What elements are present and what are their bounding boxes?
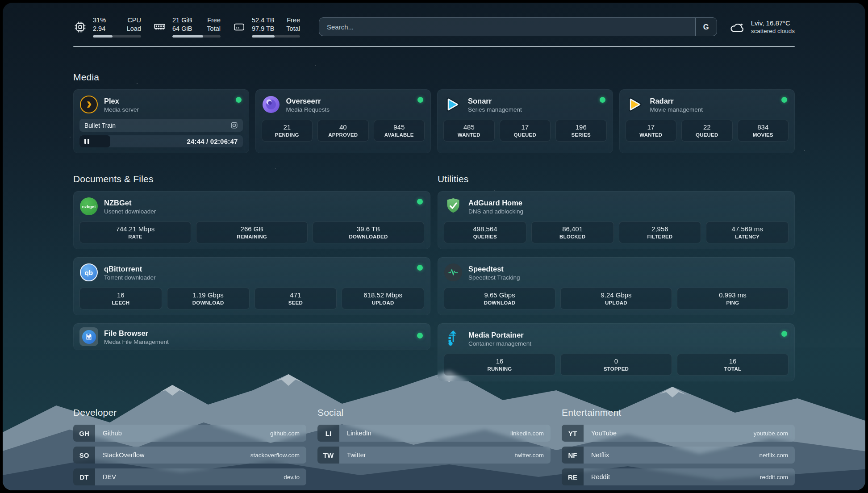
bookmark-stackoverflow[interactable]: SO StackOverflow stackoverflow.com [73,447,306,464]
bookmark-name: Reddit [584,468,760,485]
stat-queued: 22QUEUED [681,120,733,142]
disk-label-2: Total [282,25,300,33]
stat-stopped: 0STOPPED [560,354,672,376]
section-title-developer: Developer [73,407,306,418]
service-title: Sonarr [468,96,522,106]
weather-location-temp: Lviv, 16.87°C [751,19,795,27]
stat-downloaded: 39.6 TBDOWNLOADED [313,221,424,243]
portainer-card[interactable]: Media Portainer Container management 16R… [438,323,795,381]
bookmark-url: linkedin.com [510,425,551,442]
album-icon [230,121,238,129]
bookmark-abbr: LI [317,425,339,442]
playback-time: 24:44 / 02:06:47 [187,138,238,145]
radarr-card[interactable]: Radarr Movie management 17WANTED 22QUEUE… [619,89,795,153]
now-playing-title: Bullet Train [84,122,230,129]
bookmark-name: Github [95,425,270,442]
speedtest-card[interactable]: Speedtest Speedtest Tracking 9.65 GbpsDO… [438,257,795,315]
service-subtitle: Container management [468,340,531,347]
memory-free: 21 GiB [172,16,192,25]
service-title: Speedtest [468,264,520,274]
filebrowser-icon [79,327,98,346]
disk-free: 52.4 TB [252,16,275,25]
stat-blocked: 86,401BLOCKED [531,221,614,243]
service-subtitle: Media Requests [286,106,330,113]
radarr-icon [626,95,644,114]
topbar-divider [73,46,795,47]
bookmark-abbr: DT [73,468,95,485]
cpu-label-1: CPU [113,16,141,25]
search-provider-button[interactable]: G [695,18,717,36]
bookmark-url: stackoverflow.com [250,447,306,464]
cpu-progressbar [93,35,141,38]
stat-running: 16RUNNING [444,354,555,376]
stat-latency: 47.569 msLATENCY [706,221,789,243]
weather-widget: Lviv, 16.87°C scattered clouds [729,19,795,35]
nzbget-icon: nzbget [79,197,98,216]
weather-condition: scattered clouds [751,28,795,34]
overseerr-icon [262,95,280,114]
service-subtitle: Media File Management [104,338,169,345]
bookmark-name: StackOverflow [95,447,250,464]
status-dot [600,97,605,103]
overseerr-card[interactable]: Overseerr Media Requests 21PENDING 40APP… [255,89,431,153]
service-title: AdGuard Home [468,198,523,208]
bookmark-url: github.com [270,425,306,442]
dashboard-frame: 31%2.94 CPULoad [3,3,865,490]
stat-pending: 21PENDING [262,120,313,142]
section-entertainment: Entertainment YT YouTube youtube.com NF … [562,407,795,485]
plex-card[interactable]: Plex Media server Bullet Train 24:44 / [73,89,249,153]
stat-filtered: 2,956FILTERED [619,221,701,243]
service-title: NZBGet [104,198,156,208]
section-utilities: Utilities [438,174,795,381]
bookmark-url: reddit.com [760,468,795,485]
search-bar: G [319,17,717,36]
service-subtitle: Torrent downloader [104,274,156,281]
bookmark-abbr: SO [73,447,95,464]
service-title: File Browser [104,329,169,338]
bookmark-url: twitter.com [515,447,551,464]
bookmark-abbr: GH [73,425,95,442]
qbittorrent-card[interactable]: qb qBittorrent Torrent downloader 16LEEC… [73,257,430,315]
bookmark-youtube[interactable]: YT YouTube youtube.com [562,425,795,442]
search-input[interactable] [319,18,695,36]
bookmark-name: Twitter [339,447,515,464]
bookmark-netflix[interactable]: NF Netflix netflix.com [562,447,795,464]
snow-particles [3,3,4,4]
nzbget-card[interactable]: nzbget NZBGet Usenet downloader 744.21 M… [73,191,430,249]
filebrowser-card[interactable]: File Browser Media File Management [73,323,430,350]
bookmark-name: LinkedIn [339,425,510,442]
sonarr-card[interactable]: Sonarr Series management 485WANTED 17QUE… [437,89,613,153]
stat-ping: 0.993 msPING [677,288,789,309]
stat-wanted: 17WANTED [626,120,677,142]
bookmark-dev[interactable]: DT DEV dev.to [73,468,306,485]
bookmark-reddit[interactable]: RE Reddit reddit.com [562,468,795,485]
speedtest-icon [444,263,463,282]
stat-leech: 16LEECH [79,288,162,309]
cpu-load: 2.94 [93,25,106,33]
stat-seed: 471SEED [255,288,337,309]
bookmark-twitter[interactable]: TW Twitter twitter.com [317,447,551,464]
service-title: Media Portainer [468,330,531,340]
disk-label-1: Free [282,16,300,25]
bookmark-linkedin[interactable]: LI LinkedIn linkedin.com [317,425,551,442]
disk-progressbar [252,35,300,38]
cpu-usage: 31% [93,16,106,25]
memory-progressbar [172,35,221,38]
stat-remaining: 266 GBREMAINING [196,221,308,243]
stat-upload: 618.52 MbpsUPLOAD [342,288,424,309]
bookmark-name: YouTube [584,425,754,442]
section-title-social: Social [317,407,551,418]
disk-widget: 52.4 TB97.9 TB FreeTotal [232,16,300,38]
cpu-icon [73,20,87,34]
section-documents: Documents & Files nzbget NZBGet Usenet d… [73,174,430,381]
bookmark-url: netflix.com [759,447,795,464]
bookmark-abbr: TW [317,447,339,464]
plex-icon [79,95,98,114]
service-title: Plex [104,96,139,106]
bookmark-abbr: RE [562,468,584,485]
section-title-utilities: Utilities [438,174,795,184]
bookmark-github[interactable]: GH Github github.com [73,425,306,442]
adguard-card[interactable]: AdGuard Home DNS and adblocking 498,564Q… [438,191,795,249]
stat-series: 196SERIES [555,120,607,142]
pause-icon [84,139,89,144]
